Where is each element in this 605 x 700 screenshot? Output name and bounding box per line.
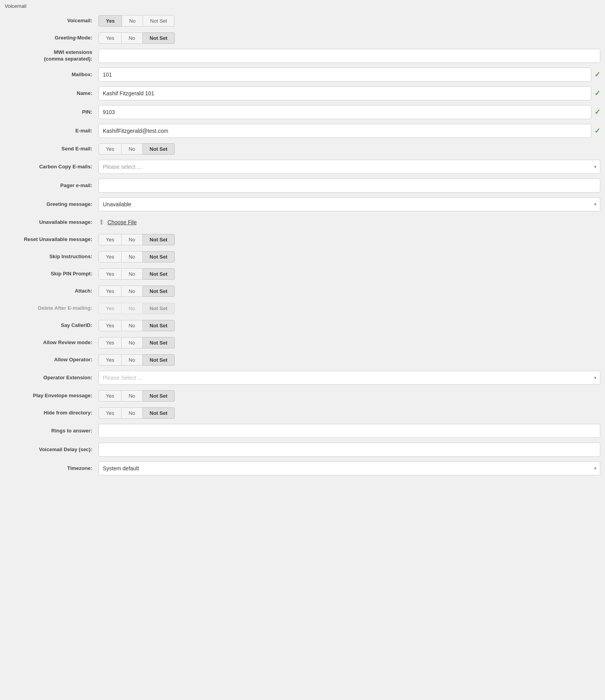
- skip-pin-no-btn[interactable]: No: [122, 268, 143, 280]
- hide-from-directory-no-btn[interactable]: No: [122, 407, 143, 419]
- allow-review-mode-yes-btn[interactable]: Yes: [98, 337, 122, 348]
- choose-file-label[interactable]: Choose File: [107, 219, 137, 225]
- name-row: Name: ✓: [0, 84, 605, 103]
- skip-instructions-notset-btn[interactable]: Not Set: [143, 251, 175, 262]
- hide-from-directory-yes-btn[interactable]: Yes: [98, 407, 122, 419]
- pager-email-input[interactable]: [98, 179, 600, 193]
- carbon-copy-control: Please select ...: [98, 160, 600, 174]
- name-input[interactable]: [98, 86, 591, 100]
- voicemail-control: Yes No Not Set: [98, 15, 600, 27]
- pin-control: ✓: [98, 105, 600, 119]
- voicemail-no-btn[interactable]: No: [122, 15, 143, 27]
- attach-no-btn[interactable]: No: [122, 286, 143, 297]
- operator-extension-label: Operator Extension:: [5, 375, 98, 381]
- rings-to-answer-input[interactable]: [98, 424, 600, 438]
- send-email-notset-btn[interactable]: Not Set: [143, 143, 175, 155]
- mwi-label: MWI extensions (comma separated):: [5, 49, 98, 62]
- pin-input[interactable]: [98, 105, 591, 119]
- greeting-mode-yes-btn[interactable]: Yes: [98, 32, 122, 44]
- file-upload-area: ⬆ Choose File: [98, 218, 600, 227]
- say-caller-id-notset-btn[interactable]: Not Set: [143, 320, 175, 331]
- pager-email-label: Pager e-mail:: [5, 182, 98, 189]
- reset-unavailable-yes-btn[interactable]: Yes: [98, 234, 122, 245]
- attach-label: Attach:: [5, 288, 98, 295]
- skip-instructions-yes-btn[interactable]: Yes: [98, 251, 122, 262]
- attach-row: Attach: Yes No Not Set: [0, 282, 605, 300]
- mailbox-input[interactable]: [98, 68, 591, 82]
- allow-review-mode-row: Allow Review mode: Yes No Not Set: [0, 334, 605, 351]
- skip-instructions-no-btn[interactable]: No: [122, 251, 143, 262]
- greeting-mode-no-btn[interactable]: No: [122, 32, 143, 44]
- attach-control: Yes No Not Set: [98, 286, 600, 297]
- delete-after-emailing-toggle-group: Yes No Not Set: [98, 303, 600, 314]
- allow-review-mode-no-btn[interactable]: No: [122, 337, 143, 348]
- reset-unavailable-notset-btn[interactable]: Not Set: [143, 234, 175, 245]
- voicemail-row: Voicemail: Yes No Not Set: [0, 12, 605, 29]
- carbon-copy-label: Carbon Copy E-mails:: [5, 164, 98, 170]
- email-check-icon: ✓: [594, 127, 600, 135]
- reset-unavailable-no-btn[interactable]: No: [122, 234, 143, 245]
- voicemail-notset-btn[interactable]: Not Set: [143, 15, 174, 27]
- attach-notset-btn[interactable]: Not Set: [143, 286, 175, 297]
- hide-from-directory-toggle-group: Yes No Not Set: [98, 407, 600, 419]
- allow-operator-yes-btn[interactable]: Yes: [98, 354, 122, 366]
- say-caller-id-label: Say CallerID:: [5, 322, 98, 329]
- rings-to-answer-label: Rings to answer:: [5, 428, 98, 434]
- mwi-row: MWI extensions (comma separated):: [0, 46, 605, 65]
- attach-yes-btn[interactable]: Yes: [98, 286, 122, 297]
- email-input[interactable]: [98, 124, 591, 138]
- allow-review-mode-label: Allow Review mode:: [5, 339, 98, 346]
- delete-after-emailing-yes-btn: Yes: [98, 303, 122, 314]
- voicemail-yes-btn[interactable]: Yes: [98, 15, 122, 27]
- operator-extension-select[interactable]: Please Select ...: [98, 371, 600, 385]
- allow-operator-label: Allow Operator:: [5, 357, 98, 363]
- allow-review-mode-control: Yes No Not Set: [98, 337, 600, 348]
- pager-email-control: [98, 179, 600, 193]
- timezone-control: System default: [98, 461, 600, 475]
- play-envelope-message-yes-btn[interactable]: Yes: [98, 390, 122, 402]
- timezone-select[interactable]: System default: [98, 461, 600, 475]
- skip-pin-yes-btn[interactable]: Yes: [98, 268, 122, 280]
- play-envelope-message-notset-btn[interactable]: Not Set: [143, 390, 175, 402]
- mwi-control: [98, 49, 600, 63]
- greeting-message-row: Greeting message: Unavailable: [0, 195, 605, 214]
- unavailable-message-row: Unavailable message: ⬆ Choose File: [0, 214, 605, 231]
- voicemail-delay-row: Voicemail Delay (sec):: [0, 440, 605, 459]
- mwi-input[interactable]: [98, 49, 600, 63]
- hide-from-directory-label: Hide from directory:: [5, 410, 98, 416]
- greeting-mode-control: Yes No Not Set: [98, 32, 600, 44]
- greeting-mode-label: Greeting-Mode:: [5, 35, 98, 41]
- rings-to-answer-row: Rings to answer:: [0, 421, 605, 440]
- say-caller-id-control: Yes No Not Set: [98, 320, 600, 331]
- hide-from-directory-control: Yes No Not Set: [98, 407, 600, 419]
- voicemail-label: Voicemail:: [5, 18, 98, 24]
- greeting-mode-notset-btn[interactable]: Not Set: [143, 32, 175, 44]
- greeting-message-control: Unavailable: [98, 197, 600, 211]
- timezone-label: Timezone:: [5, 465, 98, 472]
- allow-operator-no-btn[interactable]: No: [122, 354, 143, 366]
- play-envelope-message-no-btn[interactable]: No: [122, 390, 143, 402]
- allow-review-mode-notset-btn[interactable]: Not Set: [143, 337, 175, 348]
- skip-pin-notset-btn[interactable]: Not Set: [143, 268, 175, 280]
- send-email-yes-btn[interactable]: Yes: [98, 143, 122, 155]
- send-email-toggle-group: Yes No Not Set: [98, 143, 600, 155]
- send-email-row: Send E-mail: Yes No Not Set: [0, 140, 605, 157]
- send-email-label: Send E-mail:: [5, 146, 98, 152]
- greeting-message-select[interactable]: Unavailable: [98, 197, 600, 211]
- carbon-copy-select[interactable]: Please select ...: [98, 160, 600, 174]
- play-envelope-message-row: Play Envelope message: Yes No Not Set: [0, 387, 605, 404]
- say-caller-id-no-btn[interactable]: No: [122, 320, 143, 331]
- unavailable-message-control: ⬆ Choose File: [98, 218, 600, 227]
- skip-pin-control: Yes No Not Set: [98, 268, 600, 280]
- send-email-no-btn[interactable]: No: [122, 143, 143, 155]
- reset-unavailable-toggle-group: Yes No Not Set: [98, 234, 600, 245]
- say-caller-id-yes-btn[interactable]: Yes: [98, 320, 122, 331]
- upload-icon: ⬆: [98, 218, 104, 227]
- allow-operator-notset-btn[interactable]: Not Set: [143, 354, 175, 366]
- delete-after-emailing-control: Yes No Not Set: [98, 303, 600, 314]
- voicemail-delay-input[interactable]: [98, 443, 600, 457]
- allow-review-mode-toggle-group: Yes No Not Set: [98, 337, 600, 348]
- hide-from-directory-notset-btn[interactable]: Not Set: [143, 407, 175, 419]
- skip-instructions-label: Skip Instructions:: [5, 254, 98, 260]
- operator-extension-row: Operator Extension: Please Select ...: [0, 368, 605, 387]
